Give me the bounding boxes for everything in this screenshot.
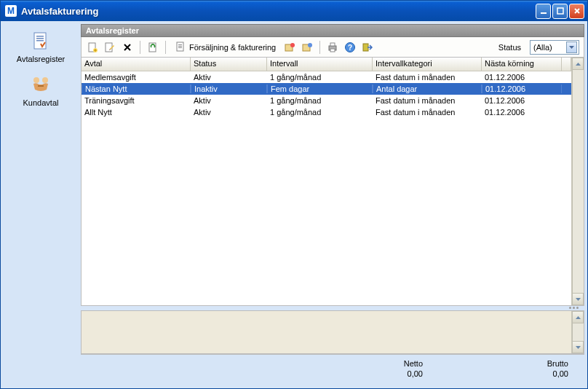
table-cell: Fast datum i månaden	[373, 96, 482, 105]
table-header: Avtal Status Intervall Intervallkategori…	[82, 58, 571, 71]
svg-point-6	[33, 77, 39, 83]
table-cell: Nästan Nytt	[82, 85, 191, 93]
vertical-scrollbar[interactable]	[571, 311, 584, 353]
sales-invoicing-button[interactable]: Försäljning & fakturering	[172, 39, 279, 55]
svg-point-19	[308, 43, 312, 47]
column-header-avtal[interactable]: Avtal	[82, 58, 191, 71]
help-button[interactable]: ?	[343, 41, 357, 54]
table-cell: 1 gång/månad	[267, 96, 373, 105]
refresh-button[interactable]	[146, 41, 159, 54]
sidebar-item-label: Avtalsregister	[17, 55, 65, 63]
main-panel: Avtalsregister Försäljning & fakturering…	[81, 24, 584, 385]
sidebar: Avtalsregister Kundavtal	[4, 24, 78, 385]
svg-rect-1	[557, 8, 563, 14]
splitter-grip[interactable]	[81, 307, 584, 310]
titlebar[interactable]: M Avtalsfakturering	[1, 1, 587, 21]
column-header-spacer	[562, 58, 571, 71]
scroll-down-button[interactable]	[572, 341, 584, 353]
column-header-nasta-korning[interactable]: Nästa körning	[482, 58, 562, 71]
action1-button[interactable]	[283, 41, 296, 54]
table-cell: Allt Nytt	[82, 108, 191, 117]
table-cell: Inaktiv	[191, 85, 267, 93]
table-cell: 01.12.2006	[482, 108, 562, 117]
svg-rect-21	[330, 43, 335, 46]
print-button[interactable]	[326, 41, 339, 54]
action2-button[interactable]	[301, 41, 314, 54]
chevron-down-icon	[566, 42, 577, 53]
table-cell: 1 gång/månad	[267, 73, 373, 82]
table-cell: Träningsavgift	[82, 96, 191, 105]
table: Avtal Status Intervall Intervallkategori…	[81, 58, 584, 306]
svg-text:?: ?	[348, 44, 352, 52]
table-cell: 01.12.2006	[482, 96, 562, 105]
separator	[319, 41, 320, 54]
svg-rect-3	[36, 36, 44, 37]
svg-rect-10	[106, 43, 112, 52]
table-body: MedlemsavgiftAktiv1 gång/månadFast datum…	[82, 71, 571, 305]
status-select-value: (Alla)	[533, 43, 552, 52]
minimize-button[interactable]	[536, 4, 551, 19]
separator	[140, 41, 140, 54]
table-cell: Aktiv	[191, 96, 267, 105]
table-cell: Fem dagar	[267, 85, 373, 93]
separator	[165, 41, 166, 54]
scroll-track[interactable]	[572, 323, 584, 341]
scroll-down-button[interactable]	[572, 293, 584, 305]
table-cell: Aktiv	[191, 108, 267, 117]
svg-rect-0	[541, 12, 547, 14]
edit-button[interactable]	[103, 41, 116, 54]
table-row[interactable]: TräningsavgiftAktiv1 gång/månadFast datu…	[82, 95, 571, 106]
sales-invoicing-label: Försäljning & fakturering	[189, 43, 276, 52]
table-cell: 01.12.2006	[482, 73, 562, 82]
svg-rect-22	[330, 49, 335, 52]
table-cell: 01.12.2006	[482, 85, 562, 93]
svg-rect-15	[178, 47, 182, 48]
maximize-button[interactable]	[552, 4, 568, 19]
column-header-status[interactable]: Status	[191, 58, 267, 71]
table-row[interactable]: MedlemsavgiftAktiv1 gång/månadFast datum…	[82, 71, 571, 83]
toolbar: Försäljning & fakturering ? Status (Alla…	[81, 37, 584, 58]
scroll-up-button[interactable]	[572, 58, 584, 70]
table-row[interactable]: Nästan NyttInaktivFem dagarAntal dagar01…	[82, 83, 571, 95]
status-label: Status	[498, 43, 521, 52]
svg-rect-13	[178, 44, 182, 45]
detail-panel	[81, 310, 584, 354]
sidebar-item-kundavtal[interactable]: Kundavtal	[23, 74, 59, 107]
netto-value: 0,00	[365, 369, 423, 378]
app-window: M Avtalsfakturering Avtalsregister Kunda…	[0, 0, 588, 389]
close-button[interactable]	[569, 4, 584, 19]
delete-button[interactable]	[121, 41, 134, 54]
sidebar-item-label: Kundavtal	[23, 98, 59, 107]
netto-label: Netto	[365, 359, 423, 368]
table-cell: Medlemsavgift	[82, 73, 191, 82]
table-cell: Fast datum i månaden	[373, 108, 482, 117]
svg-rect-4	[36, 38, 44, 39]
svg-rect-5	[36, 40, 44, 42]
svg-rect-25	[363, 44, 368, 51]
app-icon: M	[5, 5, 17, 17]
scroll-up-button[interactable]	[572, 311, 584, 323]
svg-point-7	[42, 77, 48, 83]
table-cell: Antal dagar	[373, 85, 482, 93]
brutto-value: 0,00	[510, 369, 568, 378]
svg-point-17	[290, 43, 295, 47]
table-cell: Fast datum i månaden	[373, 73, 482, 82]
panel-title: Avtalsregister	[81, 24, 584, 37]
table-cell: Aktiv	[191, 73, 267, 82]
totals-row: Netto 0,00 Brutto 0,00	[81, 354, 584, 381]
column-header-intervallkategori[interactable]: Intervallkategori	[373, 58, 482, 71]
table-row[interactable]: Allt NyttAktiv1 gång/månadFast datum i m…	[82, 106, 571, 118]
new-button[interactable]	[86, 41, 99, 54]
exit-button[interactable]	[361, 41, 374, 54]
document-icon	[28, 30, 54, 53]
vertical-scrollbar[interactable]	[571, 58, 584, 305]
column-header-intervall[interactable]: Intervall	[267, 58, 373, 71]
document-icon	[175, 41, 186, 54]
scroll-track[interactable]	[572, 70, 584, 293]
handshake-icon	[28, 74, 54, 97]
window-title: Avtalsfakturering	[21, 6, 536, 17]
status-select[interactable]: (Alla)	[530, 40, 579, 55]
sidebar-item-avtalsregister[interactable]: Avtalsregister	[17, 30, 65, 63]
table-cell: 1 gång/månad	[267, 108, 373, 117]
brutto-label: Brutto	[510, 359, 568, 368]
